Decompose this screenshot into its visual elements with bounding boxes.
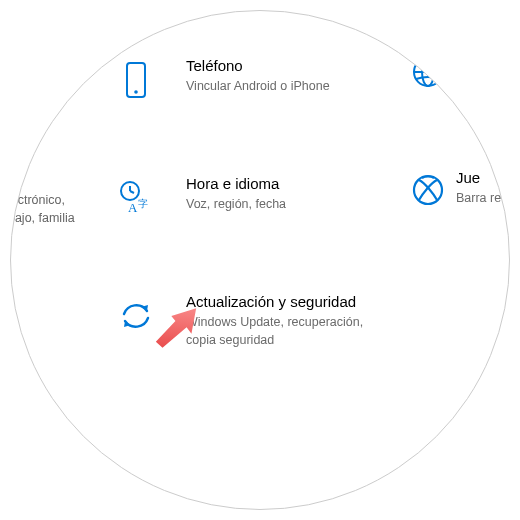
tile-subtitle: Barra retran	[456, 189, 510, 207]
svg-point-1	[134, 90, 138, 94]
cropped-text-fragment: mouse	[10, 51, 86, 71]
tile-subtitle: Windows Update, recuperación, copia segu…	[186, 313, 396, 349]
cropped-text-fragment: ara	[10, 287, 86, 333]
tile-subtitle: Vincular Android o iPhone	[186, 77, 396, 95]
svg-point-10	[414, 176, 442, 204]
tile-title: Jue	[456, 169, 510, 186]
xbox-icon	[406, 169, 450, 207]
tile-time-language[interactable]: A 字 Hora e idioma Voz, región, fecha	[86, 169, 406, 221]
settings-row: eo electrónico, abajo, familia A 字 Hora …	[10, 169, 510, 239]
phone-icon	[86, 57, 186, 101]
magnifier-circle: mouse Teléfono Vincular Android o iPhone	[10, 10, 510, 510]
settings-row: ara Actualización y seguridad Windows Up…	[10, 287, 510, 357]
time-language-icon: A 字	[86, 175, 186, 215]
settings-row: mouse Teléfono Vincular Android o iPhone	[10, 51, 510, 121]
sync-icon	[86, 293, 186, 335]
tile-gaming-cropped[interactable]: Jue Barra retran	[406, 169, 510, 207]
tile-title: Hora e idioma	[186, 175, 396, 192]
settings-grid: mouse Teléfono Vincular Android o iPhone	[10, 10, 510, 405]
tile-subtitle: Voz, región, fecha	[186, 195, 396, 213]
svg-text:字: 字	[138, 198, 148, 209]
cropped-text-fragment: eo electrónico, abajo, familia	[10, 169, 86, 227]
svg-line-7	[130, 191, 134, 193]
globe-icon	[406, 51, 450, 89]
tile-phone[interactable]: Teléfono Vincular Android o iPhone	[86, 51, 406, 107]
svg-text:A: A	[128, 200, 138, 215]
tile-title: Teléfono	[186, 57, 396, 74]
tile-network-cropped[interactable]	[406, 51, 450, 89]
tile-update-security[interactable]: Actualización y seguridad Windows Update…	[86, 287, 406, 355]
tile-title: Actualización y seguridad	[186, 293, 396, 310]
